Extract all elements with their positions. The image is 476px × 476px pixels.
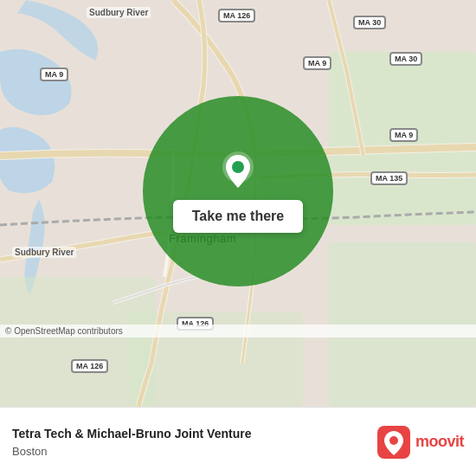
route-badge-ma30-tr: MA 30 [353,16,386,29]
moovit-logo: moovit [377,426,464,459]
location-subtitle: Boston [12,445,251,458]
take-me-there-button[interactable]: Take me there [173,200,303,233]
route-badge-ma30-r: MA 30 [389,52,422,66]
route-badge-ma9-tr: MA 9 [303,56,331,70]
route-badge-ma126-top: MA 126 [218,9,255,23]
location-overlay: Take me there [143,96,333,286]
route-badge-ma135: MA 135 [370,171,408,185]
svg-point-6 [232,161,244,173]
route-badge-ma9-tl: MA 9 [40,68,68,81]
moovit-brand-text: moovit [415,433,464,451]
moovit-icon [377,426,410,459]
location-info: Tetra Tech & Michael-Bruno Joint Venture… [12,426,251,458]
route-badge-ma126-bl: MA 126 [71,359,108,373]
location-pin-icon [217,150,259,191]
bottom-bar: Tetra Tech & Michael-Bruno Joint Venture… [0,407,476,476]
sudbury-river-left-label: Sudbury River [12,247,76,258]
map-attribution: © OpenStreetMap contributors [0,325,476,338]
route-badge-ma9-mr: MA 9 [389,128,418,142]
map-view[interactable]: Sudbury River Sudbury River Framingham M… [0,0,476,407]
location-title: Tetra Tech & Michael-Bruno Joint Venture [12,426,251,443]
svg-point-8 [389,436,398,445]
sudbury-river-top-label: Sudbury River [87,7,151,18]
